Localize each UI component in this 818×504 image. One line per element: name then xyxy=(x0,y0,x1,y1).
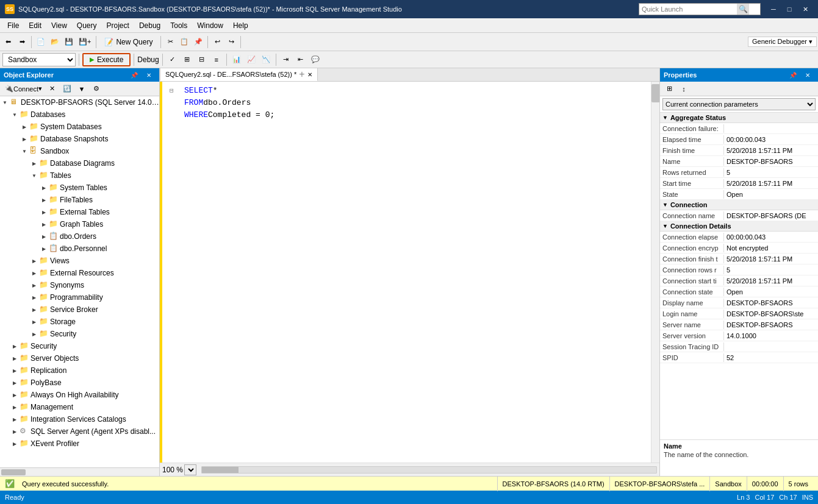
file-tables-expander[interactable]: ▶ xyxy=(39,195,49,205)
tree-always-on[interactable]: ▶ 📁 Always On High Availability xyxy=(0,389,159,401)
tree-external-resources[interactable]: ▶ 📁 External Resources xyxy=(0,267,159,279)
editor-line-3[interactable]: WHERE Completed = 0; xyxy=(170,108,657,121)
tree-storage[interactable]: ▶ 📁 Storage xyxy=(0,316,159,328)
tree-server[interactable]: ▼ 🖥 DESKTOP-BFSAORS (SQL Server 14.0.1..… xyxy=(0,96,159,108)
prop-content[interactable]: ▼ Aggregate Status Connection failure: E… xyxy=(660,113,818,439)
back-btn[interactable]: ⬅ xyxy=(1,35,15,49)
new-query-button[interactable]: 📝 New Query xyxy=(99,36,158,48)
databases-expander[interactable]: ▼ xyxy=(10,110,20,119)
paste-btn[interactable]: 📌 xyxy=(192,35,205,49)
menu-edit[interactable]: Edit xyxy=(24,20,46,31)
quick-launch-search[interactable]: 🔍 xyxy=(737,4,749,15)
tree-file-tables[interactable]: ▶ 📁 FileTables xyxy=(0,194,159,206)
tree-tables[interactable]: ▼ 📁 Tables xyxy=(0,169,159,182)
prop-close-btn[interactable]: ✕ xyxy=(801,68,814,82)
tree-replication[interactable]: ▶ 📁 Replication xyxy=(0,364,159,377)
prop-section-aggregate[interactable]: ▼ Aggregate Status xyxy=(660,113,818,123)
tree-sql-agent[interactable]: ▶ ⚙ SQL Server Agent (Agent XPs disabl..… xyxy=(0,425,159,438)
dbo-orders-expander[interactable]: ▶ xyxy=(39,232,49,241)
execute-button[interactable]: ▶ Execute xyxy=(82,53,131,66)
prop-section-connection[interactable]: ▼ Connection xyxy=(660,200,818,210)
db-diagrams-expander[interactable]: ▶ xyxy=(29,158,39,168)
menu-help[interactable]: Help xyxy=(228,20,253,31)
menu-view[interactable]: View xyxy=(46,20,72,31)
prop-grid-btn[interactable]: ⊞ xyxy=(662,82,676,96)
minimize-button[interactable]: ─ xyxy=(766,3,781,15)
replication-expander[interactable]: ▶ xyxy=(10,366,20,375)
db-snapshots-expander[interactable]: ▶ xyxy=(20,134,29,144)
tree-polybase[interactable]: ▶ 📁 PolyBase xyxy=(0,377,159,389)
editor-vscroll-thumb[interactable] xyxy=(651,84,659,102)
cut-btn[interactable]: ✂ xyxy=(163,35,177,49)
editor-vscroll[interactable] xyxy=(651,82,659,463)
external-resources-expander[interactable]: ▶ xyxy=(29,268,39,278)
prop-dropdown[interactable]: Current connection parameters xyxy=(662,98,816,110)
system-tables-expander[interactable]: ▶ xyxy=(39,183,49,193)
editor-hscroll[interactable] xyxy=(201,466,657,474)
query-tab-close[interactable]: ✕ xyxy=(307,71,312,78)
synonyms-expander[interactable]: ▶ xyxy=(29,280,39,290)
zoom-select[interactable] xyxy=(184,464,196,475)
refresh-oe-btn[interactable]: 🔃 xyxy=(60,82,74,96)
grid-btn[interactable]: ⊞ xyxy=(181,53,194,66)
editor-line-2[interactable]: FROM dbo.Orders xyxy=(170,96,657,108)
tree-system-dbs[interactable]: ▶ 📁 System Databases xyxy=(0,121,159,133)
security-db-expander[interactable]: ▶ xyxy=(29,329,39,339)
outdent-btn[interactable]: ⇤ xyxy=(294,53,307,66)
close-button[interactable]: ✕ xyxy=(797,3,813,15)
menu-window[interactable]: Window xyxy=(192,20,228,31)
filter-btn[interactable]: ▼ xyxy=(75,82,88,96)
views-expander[interactable]: ▶ xyxy=(29,256,39,266)
tree-system-tables[interactable]: ▶ 📁 System Tables xyxy=(0,182,159,194)
tree-dbo-personnel[interactable]: ▶ 📋 dbo.Personnel xyxy=(0,243,159,255)
results-btn[interactable]: ⊟ xyxy=(195,53,209,66)
prop-section-details[interactable]: ▼ Connection Details xyxy=(660,221,818,232)
query-tab-active[interactable]: SQLQuery2.sql - DE...FSAORS\stefa (52)) … xyxy=(160,68,318,81)
tree-security[interactable]: ▶ 📁 Security xyxy=(0,340,159,352)
tree-xevent[interactable]: ▶ 📁 XEvent Profiler xyxy=(0,438,159,450)
text-btn[interactable]: ≡ xyxy=(210,53,223,66)
client-stats-btn[interactable]: 📉 xyxy=(259,53,273,66)
oe-hscroll-thumb[interactable] xyxy=(1,469,26,475)
tree-synonyms[interactable]: ▶ 📁 Synonyms xyxy=(0,279,159,291)
new-file-btn[interactable]: 📄 xyxy=(34,35,48,49)
menu-file[interactable]: File xyxy=(2,20,24,31)
oe-close-btn[interactable]: ✕ xyxy=(142,68,156,82)
tree-external-tables[interactable]: ▶ 📁 External Tables xyxy=(0,206,159,218)
copy-btn[interactable]: 📋 xyxy=(178,35,191,49)
service-broker-expander[interactable]: ▶ xyxy=(29,305,39,314)
external-tables-expander[interactable]: ▶ xyxy=(39,207,49,217)
security-expander[interactable]: ▶ xyxy=(10,341,20,351)
storage-expander[interactable]: ▶ xyxy=(29,317,39,327)
menu-tools[interactable]: Tools xyxy=(165,20,192,31)
sandbox-expander[interactable]: ▼ xyxy=(20,146,29,156)
tree-service-broker[interactable]: ▶ 📁 Service Broker xyxy=(0,303,159,316)
always-on-expander[interactable]: ▶ xyxy=(10,390,20,400)
connect-btn[interactable]: 🔌 Connect▾ xyxy=(2,82,45,96)
tree-dbo-orders[interactable]: ▶ 📋 dbo.Orders xyxy=(0,230,159,243)
quick-launch[interactable]: 🔍 xyxy=(639,3,761,15)
sql-agent-expander[interactable]: ▶ xyxy=(10,427,20,436)
tree-management[interactable]: ▶ 📁 Management xyxy=(0,401,159,413)
editor-line-1[interactable]: ⊟ SELECT * xyxy=(170,84,657,96)
programmability-expander[interactable]: ▶ xyxy=(29,293,39,302)
forward-btn[interactable]: ➡ xyxy=(15,35,29,49)
comment-btn[interactable]: 💬 xyxy=(309,53,322,66)
redo-btn[interactable]: ↪ xyxy=(224,35,238,49)
tree-databases[interactable]: ▼ 📁 Databases xyxy=(0,108,159,121)
server-objects-expander[interactable]: ▶ xyxy=(10,353,20,363)
stats-btn[interactable]: 📈 xyxy=(245,53,258,66)
prop-sort-btn[interactable]: ↕ xyxy=(677,82,691,96)
query-editor[interactable]: ⊟ SELECT * FROM dbo.Orders WHERE Complet… xyxy=(160,82,659,463)
dbo-personnel-expander[interactable]: ▶ xyxy=(39,244,49,254)
save-btn[interactable]: 💾 xyxy=(62,35,76,49)
indent-btn[interactable]: ⇥ xyxy=(279,53,293,66)
database-selector[interactable]: Sandbox xyxy=(2,53,76,66)
oe-options-btn[interactable]: ⚙ xyxy=(90,82,103,96)
management-expander[interactable]: ▶ xyxy=(10,402,20,412)
quick-launch-input[interactable] xyxy=(639,5,737,13)
server-expander[interactable]: ▼ xyxy=(0,98,10,107)
check-btn[interactable]: ✓ xyxy=(166,53,179,66)
include-plan-btn[interactable]: 📊 xyxy=(230,53,243,66)
tree-db-diagrams[interactable]: ▶ 📁 Database Diagrams xyxy=(0,157,159,169)
